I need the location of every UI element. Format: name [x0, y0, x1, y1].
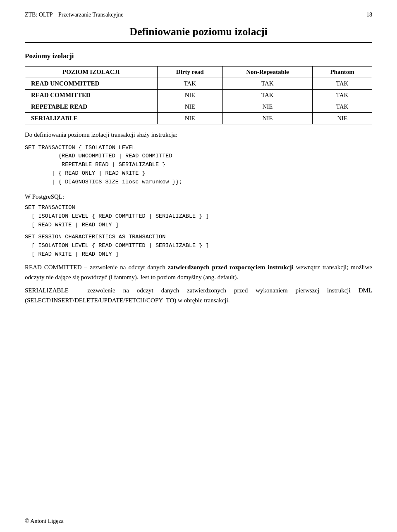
col-header-0: POZIOM IZOLACJI — [25, 66, 158, 78]
cell-3-3: NIE — [313, 113, 372, 124]
code-block-3: SET SESSION CHARACTERISTICS AS TRANSACTI… — [25, 233, 372, 259]
table-row: READ UNCOMMITTED TAK TAK TAK — [25, 78, 372, 90]
cell-1-2: TAK — [222, 90, 313, 101]
cell-2-0: REPETABLE READ — [25, 101, 158, 113]
cell-0-1: TAK — [157, 78, 222, 90]
cell-1-0: READ COMMITTED — [25, 90, 158, 101]
cell-1-3: TAK — [313, 90, 372, 101]
desc-paragraph-2: SERIALIZABLE – zezwolenie na odczyt dany… — [25, 285, 372, 305]
desc-1-pre: READ COMMITTED – zezwolenie na odczyt da… — [25, 264, 168, 271]
cell-3-1: NIE — [157, 113, 222, 124]
col-header-2: Non-Repeatable — [222, 66, 313, 78]
footer: © Antoni Ligęza — [25, 518, 64, 525]
isolation-table: POZIOM IZOLACJI Dirty read Non-Repeatabl… — [25, 66, 372, 124]
col-header-3: Phantom — [313, 66, 372, 78]
desc-paragraph-1: READ COMMITTED – zezwolenie na odczyt da… — [25, 262, 372, 282]
cell-0-2: TAK — [222, 78, 313, 90]
code-block-2: SET TRANSACTION [ ISOLATION LEVEL { READ… — [25, 204, 372, 230]
desc-1-bold: zatwierdzonych przed rozpoczęciem instru… — [168, 264, 294, 271]
postgresql-label: W PostgreSQL: — [25, 193, 372, 200]
body-text-1: Do definiowania poziomu izolacji transak… — [25, 130, 372, 140]
cell-3-2: NIE — [222, 113, 313, 124]
page-header: ZTB: OLTP – Przetwarzanie Transakcyjne 1… — [25, 12, 372, 18]
cell-0-3: TAK — [313, 78, 372, 90]
cell-1-1: NIE — [157, 90, 222, 101]
col-header-1: Dirty read — [157, 66, 222, 78]
title-rule — [25, 42, 372, 43]
page: ZTB: OLTP – Przetwarzanie Transakcyjne 1… — [0, 0, 397, 532]
header-page-number: 18 — [366, 12, 372, 18]
cell-2-1: NIE — [157, 101, 222, 113]
cell-0-0: READ UNCOMMITTED — [25, 78, 158, 90]
cell-3-0: SERIALIZABLE — [25, 113, 158, 124]
table-row: READ COMMITTED NIE TAK TAK — [25, 90, 372, 101]
table-row: SERIALIZABLE NIE NIE NIE — [25, 113, 372, 124]
main-title: Definiowanie poziomu izolacji — [25, 26, 372, 38]
header-title: ZTB: OLTP – Przetwarzanie Transakcyjne — [25, 12, 123, 18]
section-heading: Poziomy izolacji — [25, 52, 372, 60]
table-row: REPETABLE READ NIE NIE TAK — [25, 101, 372, 113]
code-block-1: SET TRANSACTION { ISOLATION LEVEL {READ … — [25, 144, 372, 187]
cell-2-2: NIE — [222, 101, 313, 113]
cell-2-3: TAK — [313, 101, 372, 113]
